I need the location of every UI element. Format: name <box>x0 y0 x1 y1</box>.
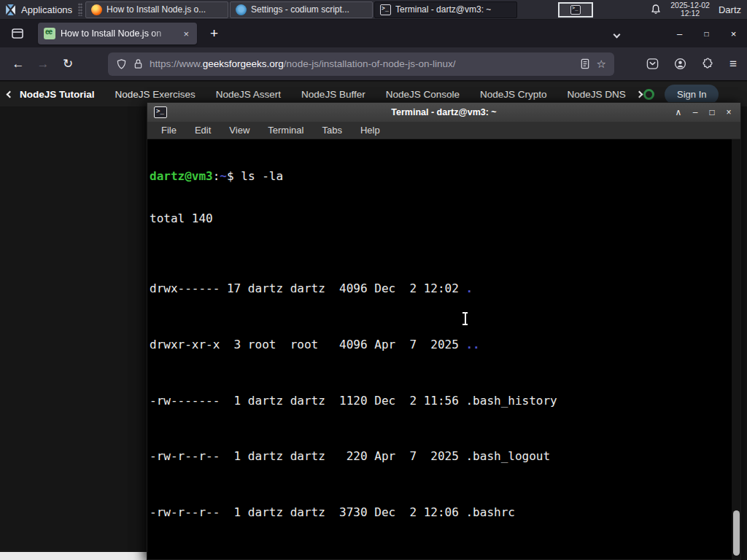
firefox-view-icon <box>11 27 24 40</box>
terminal-menu-item[interactable]: Tabs <box>322 125 341 136</box>
terminal-listing-line: -rw------- 1 dartz dartz 1120 Dec 2 11:5… <box>150 394 730 408</box>
site-nav-link[interactable]: NodeJS Console <box>386 89 460 100</box>
workspace-switcher[interactable] <box>558 2 593 18</box>
listing-filename: .bashrc <box>465 505 514 519</box>
url-text: https://www.geeksforgeeks.org/node-js/in… <box>150 58 573 69</box>
listing-details: -rw------- 1 dartz dartz 1120 Dec 2 11:5… <box>150 394 465 408</box>
browser-toolbar: ← → ↻ https://www.geeksforgeeks.org/node… <box>0 47 747 81</box>
list-all-tabs-button[interactable] <box>610 23 624 44</box>
site-nav-link[interactable]: NodeJS Tutorial <box>20 89 95 100</box>
listing-filename: . <box>465 281 473 295</box>
workspace-terminal-icon <box>570 5 581 15</box>
listing-filename: .. <box>465 338 479 351</box>
taskbar-window-button[interactable]: How to Install Node.js o... <box>85 1 228 18</box>
taskbar-window-icon <box>236 4 247 15</box>
account-icon[interactable] <box>674 58 686 70</box>
url-path: /node-js/installation-of-node-js-on-linu… <box>284 58 456 69</box>
tab-how-to-install-nodejs[interactable]: How to Install Node.js on × <box>38 23 197 44</box>
toolbar-right-icons: ≡ <box>646 57 747 71</box>
tracking-shield-icon[interactable] <box>116 58 127 70</box>
prompt-command: $ ls -la <box>227 169 283 183</box>
taskbar-window-list: How to Install Node.js o... Settings - c… <box>85 0 517 20</box>
taskbar-window-label: Terminal - dartz@vm3: ~ <box>395 4 491 15</box>
terminal-listing-line: -rw-r--r-- 1 dartz dartz 3730 Dec 2 12:0… <box>150 505 730 519</box>
terminal-scrollbar[interactable] <box>732 139 740 559</box>
terminal-title-bar[interactable]: Terminal - dartz@vm3: ~ ∧ – □ × <box>147 103 740 122</box>
prompt-colon: : <box>213 169 220 183</box>
notification-bell-icon[interactable] <box>650 4 662 15</box>
terminal-menu-item[interactable]: View <box>229 125 249 136</box>
bookmark-star-icon[interactable]: ☆ <box>597 58 606 71</box>
text-cursor-pointer <box>461 312 469 325</box>
url-domain: geeksforgeeks.org <box>203 58 284 69</box>
applications-icon <box>4 4 17 16</box>
terminal-menu-item[interactable]: Edit <box>195 125 211 136</box>
terminal-listing-line: drwxr-xr-x 3 root root 4096 Apr 7 2025 .… <box>150 338 730 351</box>
site-nav-link[interactable]: NodeJS DNS <box>568 89 626 100</box>
browser-tab-bar: How to Install Node.js on × + – □ × <box>0 20 747 47</box>
terminal-title: Terminal - dartz@vm3: ~ <box>147 107 740 117</box>
tab-title: How to Install Node.js on <box>61 28 176 39</box>
terminal-close-button[interactable]: × <box>724 107 734 117</box>
site-nav-scroll-right-icon[interactable] <box>636 90 643 98</box>
new-tab-button[interactable]: + <box>206 26 222 42</box>
terminal-output[interactable]: dartz@vm3:~$ ls -la total 140 drwx------… <box>147 139 740 559</box>
pocket-icon[interactable] <box>646 58 659 70</box>
terminal-menu-item[interactable]: File <box>161 125 177 136</box>
site-nav-link[interactable]: NodeJS Crypto <box>480 89 547 100</box>
terminal-shade-button[interactable]: ∧ <box>673 107 684 117</box>
back-button[interactable]: ← <box>6 57 31 71</box>
extensions-puzzle-icon[interactable] <box>702 58 714 70</box>
site-nav-link[interactable]: NodeJS Buffer <box>301 89 365 100</box>
terminal-total-line: total 140 <box>150 211 730 225</box>
listing-details: drwxr-xr-x 3 root root 4096 Apr 7 2025 <box>150 338 465 351</box>
taskbar-window-label: Settings - codium script... <box>251 4 349 15</box>
taskbar-window-button[interactable]: Settings - codium script... <box>230 1 373 18</box>
listing-filename: .bash_history <box>465 394 557 408</box>
firefox-view-button[interactable] <box>7 23 28 44</box>
sign-in-button[interactable]: Sign In <box>665 85 719 104</box>
taskbar-window-icon <box>91 4 102 15</box>
site-nav-links: NodeJS Tutorial NodeJS Exercises NodeJS … <box>20 89 637 100</box>
panel-separator <box>78 3 82 16</box>
terminal-listing-line: drwx------ 17 dartz dartz 4096 Dec 2 12:… <box>150 281 730 295</box>
page-content-section <box>0 552 147 560</box>
clock-time: 12:12 <box>670 9 710 18</box>
listing-details: -rw-r--r-- 1 dartz dartz 220 Apr 7 2025 <box>150 449 465 463</box>
gfg-logo-icon[interactable] <box>643 89 654 100</box>
terminal-window-controls: ∧ – □ × <box>673 107 734 117</box>
terminal-listing: drwx------ 17 dartz dartz 4096 Dec 2 12:… <box>150 254 730 559</box>
terminal-window: Terminal - dartz@vm3: ~ ∧ – □ × File Edi… <box>147 102 741 560</box>
browser-minimize-button[interactable]: – <box>666 28 693 39</box>
reload-button[interactable]: ↻ <box>55 56 80 71</box>
clock[interactable]: 2025-12-02 12:12 <box>670 1 710 18</box>
lock-icon[interactable] <box>133 58 143 69</box>
forward-button[interactable]: → <box>31 57 55 71</box>
terminal-maximize-button[interactable]: □ <box>707 107 717 117</box>
terminal-menu-bar: File Edit View Terminal Tabs Help <box>147 122 740 139</box>
prompt-path: ~ <box>220 169 227 183</box>
applications-menu-button[interactable]: Applications <box>0 0 77 20</box>
listing-filename: .bash_logout <box>465 449 550 463</box>
site-nav-link[interactable]: NodeJS Exercises <box>115 89 196 100</box>
browser-maximize-button[interactable]: □ <box>693 30 720 38</box>
terminal-menu-item[interactable]: Help <box>360 125 380 136</box>
geeksforgeeks-favicon <box>44 28 55 39</box>
app-menu-icon[interactable]: ≡ <box>729 57 737 71</box>
terminal-scrollbar-thumb[interactable] <box>733 510 740 556</box>
site-nav-link[interactable]: NodeJS Assert <box>216 89 281 100</box>
user-menu-label[interactable]: Dartz <box>719 4 743 15</box>
site-nav-scroll-left-icon[interactable] <box>7 90 14 98</box>
chevron-down-icon <box>614 31 621 39</box>
terminal-menu-item[interactable]: Terminal <box>268 125 303 136</box>
system-tray: 2025-12-02 12:12 Dartz <box>650 1 747 18</box>
terminal-minimize-button[interactable]: – <box>690 107 700 117</box>
browser-window-controls: – □ × <box>666 28 747 39</box>
listing-details: -rw-r--r-- 1 dartz dartz 3730 Dec 2 12:0… <box>150 505 465 519</box>
tab-close-icon[interactable]: × <box>181 28 191 39</box>
terminal-listing-line: -rw-r--r-- 1 dartz dartz 220 Apr 7 2025 … <box>150 449 730 463</box>
taskbar-window-button[interactable]: Terminal - dartz@vm3: ~ <box>374 1 517 18</box>
url-bar[interactable]: https://www.geeksforgeeks.org/node-js/in… <box>108 52 614 76</box>
reader-mode-icon[interactable] <box>580 58 590 69</box>
browser-close-button[interactable]: × <box>720 28 747 39</box>
